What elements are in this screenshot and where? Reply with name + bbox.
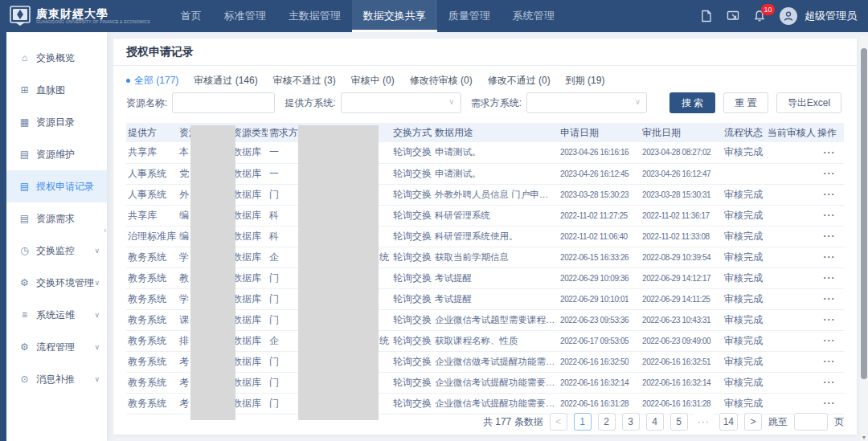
university-name: 廣東財經大學 — [36, 8, 150, 20]
left-edge-strip — [0, 32, 6, 441]
tab-modify-pending[interactable]: 修改待审核 (0) — [410, 74, 473, 88]
page-ellipsis[interactable]: ··· — [694, 413, 713, 431]
sidebar-item-message-repush[interactable]: ⊙ 消息补推 ∨ — [6, 363, 107, 395]
jump-page-input[interactable] — [794, 413, 828, 431]
next-page-button[interactable]: > — [744, 413, 762, 431]
sidebar-item-label: 资源维护 — [36, 148, 75, 161]
provider-system-select[interactable] — [341, 92, 461, 113]
page-button-3[interactable]: 3 — [622, 413, 640, 431]
nav-item-standard-mgmt[interactable]: 标准管理 — [213, 0, 277, 32]
sidebar-item-authorization-records[interactable]: ▤ 授权申请记录 — [6, 170, 107, 202]
sidebar-item-process-mgmt[interactable]: ⚙ 流程管理 ∨ — [6, 331, 107, 363]
page-button-14[interactable]: 14 — [719, 413, 738, 431]
tab-modify-rejected[interactable]: 修改不通过 (0) — [488, 74, 551, 88]
nav-item-home[interactable]: 首页 — [170, 0, 213, 32]
scroll-down-arrow-icon[interactable]: ▼ — [860, 435, 868, 440]
page-button-2[interactable]: 2 — [598, 413, 616, 431]
tab-all[interactable]: 全部 (177) — [126, 74, 178, 88]
cell-process-status: 审核完成 — [723, 205, 766, 226]
scrollbar-track[interactable]: ▼ — [860, 36, 868, 441]
sidebar-item-system-ops[interactable]: ≡ 系统运维 ∨ — [6, 299, 107, 331]
notifications-button[interactable]: 10 — [753, 10, 766, 22]
nav-item-system-mgmt[interactable]: 系统管理 — [502, 0, 566, 32]
search-button[interactable]: 搜 索 — [669, 92, 715, 113]
content-card: 授权申请记录 全部 (177) 审核通过 (146) 审核不通过 (3) 审核中… — [113, 39, 857, 435]
nav-item-data-exchange[interactable]: 数据交换共享 — [352, 0, 437, 32]
cell-approve-date: 2023-03-28 15:30:31 — [641, 184, 723, 205]
row-actions-button[interactable]: ··· — [816, 351, 844, 372]
cell-provider: 共享库 — [126, 142, 178, 163]
gear-icon: ⚙ — [18, 277, 31, 288]
chevron-down-icon: ∨ — [94, 247, 100, 255]
current-user-name[interactable]: 超级管理员 — [805, 9, 857, 23]
column-header: 操作 — [816, 123, 844, 142]
page-button-5[interactable]: 5 — [670, 413, 688, 431]
row-actions-button[interactable]: ··· — [816, 142, 844, 163]
cell-process-status: 审核完成 — [723, 226, 766, 247]
nav-item-quality-mgmt[interactable]: 质量管理 — [437, 0, 502, 32]
jump-label: 跳至 — [768, 415, 788, 429]
clock-icon: ◷ — [18, 245, 31, 256]
nav-item-master-data[interactable]: 主数据管理 — [277, 0, 352, 32]
document-icon[interactable] — [700, 10, 713, 22]
cell-provider: 人事系统 — [126, 163, 178, 184]
row-actions-button[interactable]: ··· — [816, 184, 844, 205]
cell-data-usage: 获取课程名称、性质 — [433, 330, 559, 351]
cell-provider: 教务系统 — [126, 330, 178, 351]
sidebar-item-exchange-overview[interactable]: ⌂ 交换概览 — [6, 42, 107, 74]
tab-rejected[interactable]: 审核不通过 (3) — [273, 74, 336, 88]
sidebar-item-resource-demand[interactable]: ▤ 资源需求 — [6, 202, 107, 235]
cell-data-usage: 外教外聘人员信息 门户申请审核信息 — [433, 184, 559, 205]
cell-current-auditor — [766, 393, 816, 414]
tab-in-review[interactable]: 审核中 (0) — [351, 74, 395, 88]
filter-tabs: 全部 (177) 审核通过 (146) 审核不通过 (3) 审核中 (0) 修改… — [113, 66, 857, 91]
row-actions-button[interactable]: ··· — [816, 372, 844, 393]
cell-provider: 教务系统 — [126, 372, 178, 393]
cell-process-status: 审核完成 — [723, 184, 766, 205]
lineage-graph-icon: ⊞ — [18, 84, 31, 96]
page-button-1[interactable]: 1 — [574, 413, 592, 431]
cell-approve-date: 2022-11-02 11:33:08 — [641, 226, 723, 247]
sidebar-item-label: 资源目录 — [36, 116, 75, 129]
row-actions-button[interactable]: ··· — [816, 309, 844, 330]
cell-resource-type: 数据库 — [231, 226, 268, 247]
row-actions-button[interactable]: ··· — [816, 205, 844, 226]
sidebar-item-exchange-monitor[interactable]: ◷ 交换监控 ∨ — [6, 235, 107, 267]
row-actions-button[interactable]: ··· — [816, 393, 844, 414]
tab-expired[interactable]: 到期 (19) — [566, 74, 605, 88]
demand-system-label: 需求方系统: — [471, 96, 522, 110]
cell-current-auditor — [766, 142, 816, 163]
prev-page-button[interactable]: < — [550, 413, 567, 431]
row-actions-button[interactable]: ··· — [816, 288, 844, 309]
export-excel-button[interactable]: 导出Excel — [776, 92, 841, 113]
row-actions-button[interactable]: ··· — [816, 163, 844, 184]
notification-badge: 10 — [761, 4, 775, 15]
list-icon: ≡ — [18, 309, 31, 321]
cell-process-status: 审核完成 — [723, 372, 766, 393]
resource-name-input[interactable] — [172, 92, 275, 113]
row-actions-button[interactable]: ··· — [816, 247, 844, 267]
sidebar-collapse-toggle[interactable]: ‹ — [104, 225, 107, 235]
row-actions-button[interactable]: ··· — [816, 226, 844, 247]
cell-data-usage: 科研管理系统使用。 — [433, 226, 559, 247]
reset-button[interactable]: 重 置 — [723, 92, 768, 113]
row-actions-button[interactable]: ··· — [816, 330, 844, 351]
sidebar-item-resource-catalog[interactable]: ▦ 资源目录 — [6, 106, 107, 138]
cell-exchange-method: 轮询交换 — [391, 247, 433, 267]
page-button-4[interactable]: 4 — [646, 413, 664, 431]
demand-system-select[interactable] — [526, 92, 647, 113]
avatar[interactable] — [780, 7, 797, 25]
cell-process-status: 审核完成 — [723, 267, 766, 288]
cell-provider: 治理标准库 — [126, 226, 178, 247]
sidebar-item-exchange-env-mgmt[interactable]: ⚙ 交换环境管理 ∨ — [6, 267, 107, 299]
university-logo-icon — [10, 6, 31, 27]
cell-data-usage: 企业微信做考试提醒功能需获取考试数据 — [433, 351, 559, 372]
screen-share-icon[interactable] — [727, 10, 739, 22]
sidebar-item-resource-maintenance[interactable]: ▤ 资源维护 — [6, 138, 107, 170]
row-actions-button[interactable]: ··· — [816, 267, 844, 288]
document-icon: ▤ — [18, 213, 31, 224]
tab-approved[interactable]: 审核通过 (146) — [194, 74, 257, 88]
cell-process-status: 审核完成 — [723, 142, 766, 163]
sidebar-item-lineage-graph[interactable]: ⊞ 血脉图 — [6, 74, 107, 106]
scrollbar-thumb[interactable] — [861, 48, 867, 379]
